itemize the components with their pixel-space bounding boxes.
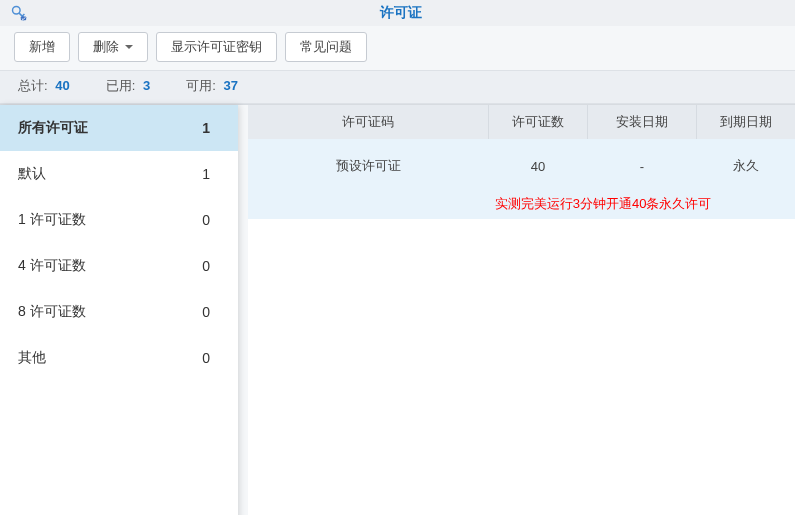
sidebar-item[interactable]: 1 许可证数0 — [0, 197, 238, 243]
main-panel: 许可证码 许可证数 安装日期 到期日期 预设许可证 40 - 永久 实测完美运行… — [248, 105, 795, 515]
sidebar: 所有许可证1默认11 许可证数04 许可证数08 许可证数0其他0 — [0, 105, 238, 515]
stat-available-label: 可用: — [186, 78, 216, 93]
th-install-date[interactable]: 安装日期 — [587, 105, 696, 139]
chevron-down-icon — [125, 45, 133, 49]
sidebar-item-label: 1 许可证数 — [18, 211, 86, 229]
license-key-icon — [10, 4, 28, 22]
sidebar-item-label: 其他 — [18, 349, 46, 367]
sidebar-item-count: 0 — [202, 304, 210, 320]
sidebar-item-count: 0 — [202, 350, 210, 366]
license-table: 许可证码 许可证数 安装日期 到期日期 预设许可证 40 - 永久 实测完美运行… — [248, 105, 795, 219]
delete-button[interactable]: 删除 — [78, 32, 148, 62]
add-button[interactable]: 新增 — [14, 32, 70, 62]
th-license-count[interactable]: 许可证数 — [489, 105, 587, 139]
sidebar-item-count: 0 — [202, 258, 210, 274]
stat-used-value: 3 — [143, 78, 150, 93]
toolbar: 新增 删除 显示许可证密钥 常见问题 — [0, 26, 795, 70]
sidebar-item[interactable]: 默认1 — [0, 151, 238, 197]
cell-install-date: - — [587, 139, 696, 193]
stat-total: 总计: 40 — [18, 77, 70, 95]
stat-total-label: 总计: — [18, 78, 48, 93]
stats-bar: 总计: 40 已用: 3 可用: 37 — [0, 70, 795, 104]
stat-available-value: 37 — [223, 78, 237, 93]
cell-license-count: 40 — [489, 139, 587, 193]
sidebar-item-count: 1 — [202, 120, 210, 136]
th-expire-date[interactable]: 到期日期 — [697, 105, 795, 139]
stat-used-label: 已用: — [106, 78, 136, 93]
sidebar-item-count: 1 — [202, 166, 210, 182]
page-title: 许可证 — [36, 4, 795, 22]
stat-used: 已用: 3 — [106, 77, 150, 95]
stat-total-value: 40 — [55, 78, 69, 93]
sidebar-item-label: 4 许可证数 — [18, 257, 86, 275]
table-row[interactable]: 预设许可证 40 - 永久 — [248, 139, 795, 193]
svg-point-0 — [13, 7, 21, 15]
sidebar-item-label: 8 许可证数 — [18, 303, 86, 321]
sidebar-item[interactable]: 8 许可证数0 — [0, 289, 238, 335]
faq-button[interactable]: 常见问题 — [285, 32, 367, 62]
cell-license-code: 预设许可证 — [248, 139, 489, 193]
svg-line-2 — [22, 14, 24, 16]
note-text: 实测完美运行3分钟开通40条永久许可 — [489, 193, 795, 219]
sidebar-item[interactable]: 4 许可证数0 — [0, 243, 238, 289]
cell-expire-date: 永久 — [697, 139, 795, 193]
delete-button-label: 删除 — [93, 38, 119, 56]
note-row: 实测完美运行3分钟开通40条永久许可 — [248, 193, 795, 219]
sidebar-item-label: 默认 — [18, 165, 46, 183]
show-license-key-button[interactable]: 显示许可证密钥 — [156, 32, 277, 62]
sidebar-item[interactable]: 所有许可证1 — [0, 105, 238, 151]
sidebar-item-count: 0 — [202, 212, 210, 228]
sidebar-item[interactable]: 其他0 — [0, 335, 238, 381]
sidebar-item-label: 所有许可证 — [18, 119, 88, 137]
th-license-code[interactable]: 许可证码 — [248, 105, 489, 139]
stat-available: 可用: 37 — [186, 77, 238, 95]
